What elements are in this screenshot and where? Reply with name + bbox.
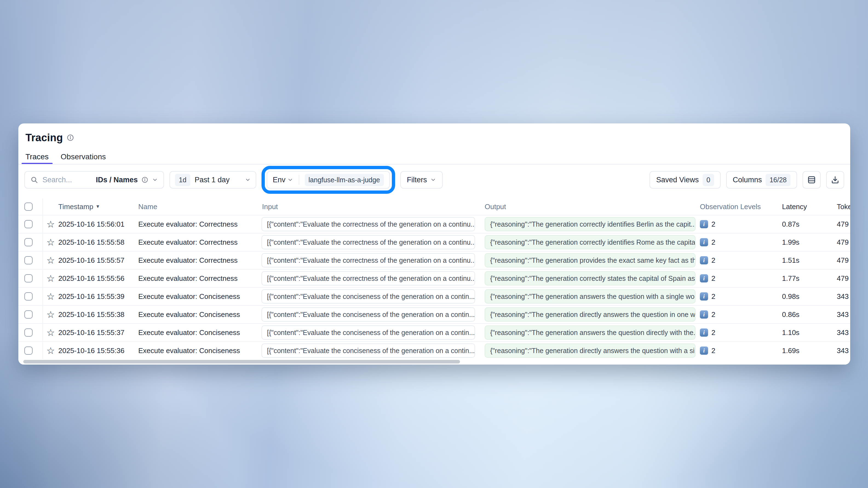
input-preview[interactable]: [{"content":"Evaluate the correctness of… — [261, 253, 475, 267]
table-row[interactable]: ☆ 2025-10-16 15:55:36 Execute evaluator:… — [18, 342, 850, 360]
row-checkbox[interactable] — [24, 256, 33, 264]
input-preview[interactable]: [{"content":"Evaluate the correctness of… — [261, 271, 475, 286]
star-icon[interactable]: ☆ — [46, 274, 55, 283]
row-checkbox[interactable] — [24, 311, 33, 319]
star-icon[interactable]: ☆ — [46, 237, 55, 247]
latency-cell: 0.87s — [782, 220, 837, 229]
row-checkbox[interactable] — [24, 292, 33, 300]
observation-levels-cell: i 2 — [695, 238, 782, 247]
columns-count-badge: 16/28 — [766, 174, 790, 186]
tab-observations[interactable]: Observations — [61, 152, 106, 164]
header-input[interactable]: Input — [261, 202, 478, 211]
time-range-button[interactable]: 1d Past 1 day — [169, 171, 256, 189]
output-cell: {"reasoning":"The generation correctly i… — [478, 235, 695, 249]
star-icon[interactable]: ☆ — [46, 292, 55, 301]
input-preview[interactable]: [{"content":"Evaluate the conciseness of… — [261, 325, 475, 340]
info-level-badge-icon: i — [700, 328, 708, 337]
select-all-checkbox[interactable] — [24, 202, 33, 211]
header-latency[interactable]: Latency — [782, 202, 837, 211]
row-star-cell: ☆ — [43, 256, 58, 265]
table-row[interactable]: ☆ 2025-10-16 15:55:38 Execute evaluator:… — [18, 306, 850, 324]
input-cell: [{"content":"Evaluate the correctness of… — [261, 217, 478, 231]
table-row[interactable]: ☆ 2025-10-16 15:55:37 Execute evaluator:… — [18, 324, 850, 342]
time-range-badge: 1d — [175, 174, 190, 186]
info-level-badge-icon: i — [700, 274, 708, 283]
output-preview[interactable]: {"reasoning":"The generation correctly s… — [485, 271, 695, 286]
export-button[interactable] — [826, 171, 844, 189]
env-filter-button[interactable]: Env langfuse-llm-as-a-judge — [267, 171, 390, 189]
latency-cell: 1.51s — [782, 256, 837, 265]
star-icon[interactable]: ☆ — [46, 256, 55, 265]
table-row[interactable]: ☆ 2025-10-16 15:55:56 Execute evaluator:… — [18, 269, 850, 288]
output-preview[interactable]: {"reasoning":"The generation directly an… — [485, 344, 695, 358]
table-row[interactable]: ☆ 2025-10-16 15:55:39 Execute evaluator:… — [18, 288, 850, 306]
row-checkbox-cell — [18, 306, 43, 323]
search-type-label[interactable]: IDs / Names — [96, 176, 138, 184]
search-box[interactable]: IDs / Names — [24, 171, 164, 189]
horizontal-scrollbar-thumb[interactable] — [23, 360, 460, 363]
info-icon[interactable] — [67, 134, 74, 141]
star-icon[interactable]: ☆ — [46, 328, 55, 337]
saved-views-button[interactable]: Saved Views 0 — [650, 171, 721, 189]
observation-count: 2 — [711, 256, 715, 265]
input-preview[interactable]: [{"content":"Evaluate the correctness of… — [261, 217, 475, 231]
row-star-cell: ☆ — [43, 292, 58, 301]
input-cell: [{"content":"Evaluate the correctness of… — [261, 235, 478, 249]
name-cell: Execute evaluator: Conciseness — [138, 328, 261, 337]
header-tokens[interactable]: Tokens — [837, 202, 850, 211]
observation-count: 2 — [711, 347, 715, 355]
name-cell: Execute evaluator: Conciseness — [138, 347, 261, 355]
row-checkbox-cell — [18, 233, 43, 251]
observation-levels-cell: i 2 — [695, 347, 782, 355]
filters-button[interactable]: Filters — [400, 171, 443, 189]
row-star-cell: ☆ — [43, 237, 58, 247]
name-cell: Execute evaluator: Correctness — [138, 274, 261, 283]
row-star-cell: ☆ — [43, 220, 58, 229]
latency-cell: 1.10s — [782, 328, 837, 337]
input-preview[interactable]: [{"content":"Evaluate the conciseness of… — [261, 344, 475, 358]
header-timestamp-label: Timestamp — [58, 202, 93, 211]
table-row[interactable]: ☆ 2025-10-16 15:56:01 Execute evaluator:… — [18, 216, 850, 233]
header-observation-levels[interactable]: Observation Levels — [695, 202, 782, 211]
input-preview[interactable]: [{"content":"Evaluate the conciseness of… — [261, 289, 475, 303]
star-icon[interactable]: ☆ — [46, 346, 55, 355]
tab-bar: Traces Observations — [18, 152, 850, 164]
row-checkbox[interactable] — [24, 238, 33, 246]
tokens-cell: 479 → — [837, 220, 850, 229]
output-preview[interactable]: {"reasoning":"The generation correctly i… — [485, 217, 695, 231]
header-output[interactable]: Output — [478, 202, 695, 211]
input-preview[interactable]: [{"content":"Evaluate the conciseness of… — [261, 307, 475, 322]
row-checkbox[interactable] — [24, 328, 33, 337]
observation-count: 2 — [711, 238, 715, 247]
row-height-button[interactable] — [803, 171, 820, 189]
info-level-badge-icon: i — [700, 220, 708, 228]
observation-levels-cell: i 2 — [695, 311, 782, 319]
row-checkbox[interactable] — [24, 347, 33, 355]
output-preview[interactable]: {"reasoning":"The generation provides th… — [485, 253, 695, 267]
search-input[interactable] — [42, 175, 92, 185]
info-level-badge-icon: i — [700, 311, 708, 319]
output-preview[interactable]: {"reasoning":"The generation correctly i… — [485, 235, 695, 249]
tokens-cell: 479 → — [837, 274, 850, 283]
star-icon[interactable]: ☆ — [46, 310, 55, 319]
row-checkbox-cell — [18, 269, 43, 287]
header-timestamp[interactable]: Timestamp ▼ — [58, 202, 138, 211]
output-preview[interactable]: {"reasoning":"The generation directly an… — [485, 307, 695, 322]
output-preview[interactable]: {"reasoning":"The generation answers the… — [485, 289, 695, 303]
input-preview[interactable]: [{"content":"Evaluate the correctness of… — [261, 235, 475, 249]
chevron-down-icon — [287, 177, 293, 183]
table-row[interactable]: ☆ 2025-10-16 15:55:58 Execute evaluator:… — [18, 233, 850, 252]
star-icon[interactable]: ☆ — [46, 220, 55, 229]
output-preview[interactable]: {"reasoning":"The generation answers the… — [485, 325, 695, 340]
info-icon — [142, 176, 148, 183]
header-name[interactable]: Name — [138, 202, 261, 211]
row-checkbox[interactable] — [24, 274, 33, 283]
row-checkbox[interactable] — [24, 220, 33, 228]
tab-traces[interactable]: Traces — [26, 152, 49, 164]
columns-button[interactable]: Columns 16/28 — [726, 171, 797, 189]
table-row[interactable]: ☆ 2025-10-16 15:55:57 Execute evaluator:… — [18, 252, 850, 269]
output-cell: {"reasoning":"The generation correctly s… — [478, 271, 695, 286]
header-input-label: Input — [261, 202, 278, 211]
table-header-row: Timestamp ▼ Name Input Output Observatio… — [18, 198, 850, 216]
row-star-cell: ☆ — [43, 346, 58, 355]
